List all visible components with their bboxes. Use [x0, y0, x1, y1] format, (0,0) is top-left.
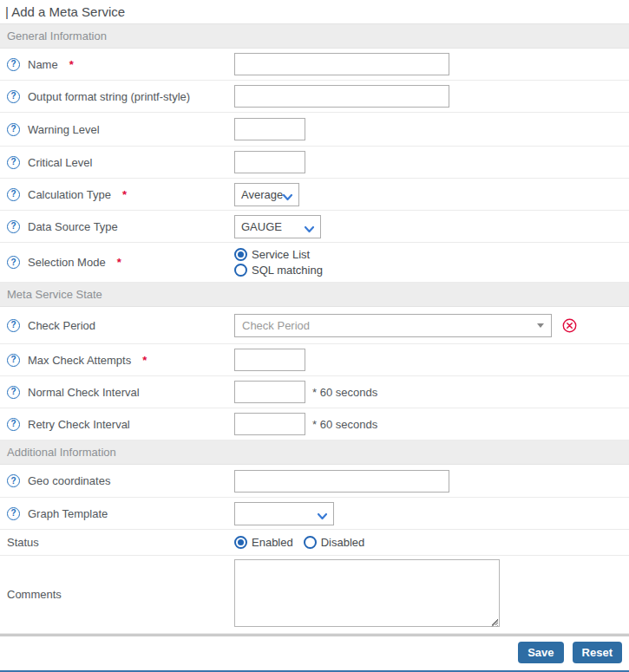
field-label: Retry Check Interval — [28, 418, 130, 431]
radio-label: SQL matching — [252, 264, 323, 277]
field-label: Graph Template — [28, 507, 108, 520]
selection-mode-radio-sql-matching[interactable]: SQL matching — [234, 264, 323, 277]
selection-mode-radio-service-list[interactable]: Service List — [234, 248, 323, 261]
section-header-additional-information: Additional Information — [0, 440, 629, 465]
field-label: Check Period — [28, 319, 95, 332]
interval-unit-label: * 60 seconds — [312, 418, 377, 431]
row-graph-template: ? Graph Template — [0, 498, 629, 530]
radio-icon — [234, 248, 247, 261]
output-format-input[interactable] — [234, 85, 449, 108]
max-check-attempts-input[interactable] — [234, 349, 305, 371]
radio-label: Enabled — [252, 536, 293, 549]
row-data-source-type: ? Data Source Type GAUGE — [0, 211, 629, 243]
radio-label: Service List — [252, 248, 310, 261]
row-critical-level: ? Critical Level — [0, 147, 629, 179]
row-geo-coordinates: ? Geo coordinates — [0, 465, 629, 498]
help-icon[interactable]: ? — [7, 58, 20, 71]
geo-coordinates-input[interactable] — [234, 470, 449, 493]
form-footer: Save Reset — [0, 636, 629, 668]
required-asterisk: * — [142, 354, 147, 367]
field-label: Selection Mode — [28, 256, 106, 269]
row-name: ? Name * — [0, 49, 629, 81]
select-value: GAUGE — [241, 220, 282, 233]
page-title: | Add a Meta Service — [0, 0, 629, 24]
field-label: Critical Level — [28, 156, 92, 169]
help-icon[interactable]: ? — [7, 386, 20, 399]
field-label: Calculation Type — [28, 188, 111, 201]
critical-level-input[interactable] — [234, 151, 305, 173]
help-icon[interactable]: ? — [7, 123, 20, 136]
graph-template-select[interactable] — [234, 502, 334, 525]
row-warning-level: ? Warning Level — [0, 113, 629, 147]
section-header-general-information: General Information — [0, 24, 629, 49]
clear-selection-button[interactable] — [562, 318, 577, 333]
required-asterisk: * — [69, 58, 74, 71]
calculation-type-select[interactable]: Average — [234, 183, 299, 206]
field-label: Data Source Type — [28, 220, 118, 233]
warning-level-input[interactable] — [234, 118, 305, 140]
field-label: Name — [28, 58, 58, 71]
row-retry-check-interval: ? Retry Check Interval * 60 seconds — [0, 408, 629, 440]
section-header-meta-service-state: Meta Service State — [0, 283, 629, 307]
chevron-down-icon — [305, 223, 314, 230]
help-icon[interactable]: ? — [7, 354, 20, 367]
radio-icon — [304, 536, 317, 549]
field-label: Status — [7, 536, 39, 549]
interval-unit-label: * 60 seconds — [312, 386, 377, 399]
field-label: Output format string (printf-style) — [28, 90, 190, 103]
dropdown-arrow-icon — [537, 323, 544, 328]
chevron-down-icon — [283, 191, 292, 198]
field-label: Geo coordinates — [28, 474, 110, 487]
field-label: Warning Level — [28, 123, 100, 136]
required-asterisk: * — [117, 256, 121, 269]
retry-check-interval-input[interactable] — [234, 413, 305, 435]
row-status: Status Enabled Disabled — [0, 530, 629, 556]
help-icon[interactable]: ? — [7, 90, 20, 103]
status-radio-disabled[interactable]: Disabled — [304, 536, 365, 549]
row-max-check-attempts: ? Max Check Attempts * — [0, 344, 629, 376]
status-radio-enabled[interactable]: Enabled — [234, 536, 293, 549]
help-icon[interactable]: ? — [7, 220, 20, 233]
help-icon[interactable]: ? — [7, 474, 20, 487]
field-label: Max Check Attempts — [28, 354, 131, 367]
row-normal-check-interval: ? Normal Check Interval * 60 seconds — [0, 376, 629, 408]
help-icon[interactable]: ? — [7, 319, 20, 332]
select-placeholder: Check Period — [242, 319, 310, 332]
radio-icon — [234, 536, 247, 549]
help-icon[interactable]: ? — [7, 256, 20, 269]
field-label: Normal Check Interval — [28, 386, 140, 399]
circled-x-icon — [562, 318, 577, 333]
radio-label: Disabled — [321, 536, 365, 549]
row-comments: Comments — [0, 556, 629, 634]
add-meta-service-form: | Add a Meta Service General Information… — [0, 0, 629, 672]
radio-icon — [234, 264, 247, 277]
row-calculation-type: ? Calculation Type * Average — [0, 179, 629, 211]
normal-check-interval-input[interactable] — [234, 381, 305, 403]
select-value: Average — [241, 188, 283, 201]
row-output-format: ? Output format string (printf-style) — [0, 81, 629, 113]
check-period-select[interactable]: Check Period — [234, 314, 552, 337]
help-icon[interactable]: ? — [7, 156, 20, 169]
help-icon[interactable]: ? — [7, 418, 20, 431]
data-source-type-select[interactable]: GAUGE — [234, 215, 321, 238]
help-icon[interactable]: ? — [7, 507, 20, 520]
help-icon[interactable]: ? — [7, 188, 20, 201]
chevron-down-icon — [318, 510, 327, 517]
required-asterisk: * — [122, 188, 127, 201]
comments-textarea[interactable] — [234, 559, 500, 627]
name-input[interactable] — [234, 53, 449, 75]
save-button[interactable]: Save — [518, 642, 563, 663]
row-selection-mode: ? Selection Mode * Service List SQL matc… — [0, 243, 629, 283]
field-label: Comments — [7, 588, 62, 601]
reset-button[interactable]: Reset — [573, 642, 622, 663]
row-check-period: ? Check Period Check Period — [0, 307, 629, 344]
